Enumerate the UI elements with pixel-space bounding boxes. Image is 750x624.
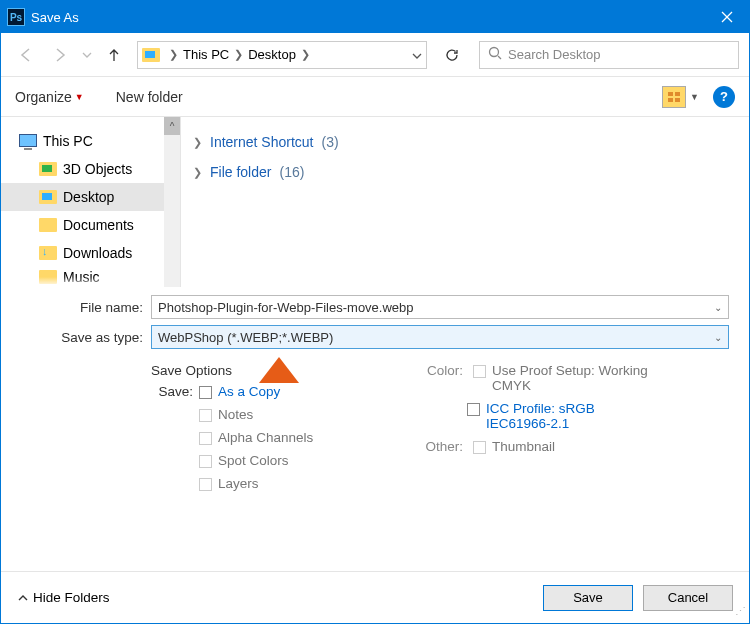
as-copy-label[interactable]: As a Copy xyxy=(218,384,280,399)
up-button[interactable] xyxy=(99,40,129,70)
layers-label: Layers xyxy=(218,476,259,491)
hide-folders-toggle[interactable]: Hide Folders xyxy=(17,590,110,605)
breadcrumb-dropdown[interactable] xyxy=(412,47,422,62)
forward-button[interactable] xyxy=(45,40,75,70)
pc-icon xyxy=(19,134,37,148)
svg-line-3 xyxy=(498,56,501,59)
explorer-pane: This PC 3D Objects Desktop Documents Dow… xyxy=(1,117,749,287)
save-button[interactable]: Save xyxy=(543,585,633,611)
chevron-right-icon: ❯ xyxy=(193,136,202,149)
folder-icon xyxy=(39,162,57,176)
chevron-right-icon: ❯ xyxy=(229,48,248,61)
breadcrumb-desktop[interactable]: Desktop xyxy=(248,47,296,62)
svg-rect-4 xyxy=(668,92,673,96)
other-label: Other: xyxy=(411,439,463,454)
group-file-folder[interactable]: ❯ File folder (16) xyxy=(193,157,737,187)
chevron-right-icon: ❯ xyxy=(193,166,202,179)
filename-label: File name: xyxy=(21,300,151,315)
help-button[interactable]: ? xyxy=(713,86,735,108)
fade-overlay xyxy=(1,277,164,287)
close-button[interactable] xyxy=(705,1,749,33)
search-placeholder: Search Desktop xyxy=(508,47,601,62)
folder-icon xyxy=(142,48,160,62)
save-sublabel: Save: xyxy=(151,384,193,399)
dialog-footer: Hide Folders Save Cancel xyxy=(1,571,749,623)
file-fields: File name: Photshop-Plugin-for-Webp-File… xyxy=(1,287,749,349)
layers-checkbox xyxy=(199,478,212,491)
annotation-arrow xyxy=(259,357,299,383)
tree-3d-objects[interactable]: 3D Objects xyxy=(1,155,180,183)
breadcrumb-this-pc[interactable]: This PC xyxy=(183,47,229,62)
tree-documents[interactable]: Documents xyxy=(1,211,180,239)
breadcrumb[interactable]: ❯ This PC ❯ Desktop ❯ xyxy=(137,41,427,69)
notes-label: Notes xyxy=(218,407,253,422)
search-icon xyxy=(488,46,502,63)
refresh-button[interactable] xyxy=(437,41,467,69)
icc-profile-label[interactable]: ICC Profile: sRGB IEC61966-2.1 xyxy=(486,401,656,431)
save-options: Save Options Save: As a Copy Notes Alpha… xyxy=(1,355,749,499)
thumbnail-label: Thumbnail xyxy=(492,439,555,454)
back-button[interactable] xyxy=(11,40,41,70)
chevron-right-icon: ❯ xyxy=(164,48,183,61)
svg-rect-6 xyxy=(668,98,673,102)
spot-colors-label: Spot Colors xyxy=(218,453,289,468)
toolbar: Organize▼ New folder ▼ ? xyxy=(1,77,749,117)
spot-colors-checkbox xyxy=(199,455,212,468)
filename-input[interactable]: Photshop-Plugin-for-Webp-Files-move.webp… xyxy=(151,295,729,319)
proof-setup-checkbox xyxy=(473,365,486,378)
thumbnail-checkbox xyxy=(473,441,486,454)
navigation-bar: ❯ This PC ❯ Desktop ❯ Search Desktop xyxy=(1,33,749,77)
search-input[interactable]: Search Desktop xyxy=(479,41,739,69)
save-type-select[interactable]: WebPShop (*.WEBP;*.WEBP) ⌄ xyxy=(151,325,729,349)
color-label: Color: xyxy=(411,363,463,378)
organize-menu[interactable]: Organize▼ xyxy=(15,89,84,105)
alpha-channels-checkbox xyxy=(199,432,212,445)
scroll-up-icon[interactable]: ^ xyxy=(164,117,180,135)
svg-rect-7 xyxy=(675,98,680,102)
icc-profile-checkbox[interactable] xyxy=(467,403,480,416)
file-list[interactable]: ❯ Internet Shortcut (3) ❯ File folder (1… xyxy=(181,117,749,287)
as-copy-checkbox[interactable] xyxy=(199,386,212,399)
proof-setup-label: Use Proof Setup: Working CMYK xyxy=(492,363,662,393)
resize-grip[interactable]: ⋰ xyxy=(735,609,747,621)
tree-desktop[interactable]: Desktop xyxy=(1,183,180,211)
dropdown-icon[interactable]: ⌄ xyxy=(714,302,722,313)
photoshop-icon: Ps xyxy=(7,8,25,26)
folder-icon xyxy=(39,190,57,204)
svg-rect-5 xyxy=(675,92,680,96)
folder-icon xyxy=(39,246,57,260)
group-internet-shortcut[interactable]: ❯ Internet Shortcut (3) xyxy=(193,127,737,157)
notes-checkbox xyxy=(199,409,212,422)
dropdown-icon[interactable]: ⌄ xyxy=(714,332,722,343)
save-type-label: Save as type: xyxy=(21,330,151,345)
alpha-channels-label: Alpha Channels xyxy=(218,430,313,445)
new-folder-button[interactable]: New folder xyxy=(116,89,183,105)
svg-point-2 xyxy=(490,48,499,57)
tree-downloads[interactable]: Downloads xyxy=(1,239,180,267)
chevron-right-icon: ❯ xyxy=(296,48,315,61)
title-bar: Ps Save As xyxy=(1,1,749,33)
recent-dropdown[interactable] xyxy=(79,40,95,70)
folder-icon xyxy=(39,218,57,232)
caret-down-icon: ▼ xyxy=(75,92,84,102)
chevron-up-icon xyxy=(17,592,29,604)
tree-this-pc[interactable]: This PC xyxy=(1,127,180,155)
view-options-button[interactable] xyxy=(662,86,686,108)
window-title: Save As xyxy=(31,10,705,25)
cancel-button[interactable]: Cancel xyxy=(643,585,733,611)
tree-scrollbar[interactable]: ^ xyxy=(164,117,180,287)
view-caret-icon[interactable]: ▼ xyxy=(690,92,699,102)
folder-tree: This PC 3D Objects Desktop Documents Dow… xyxy=(1,117,181,287)
